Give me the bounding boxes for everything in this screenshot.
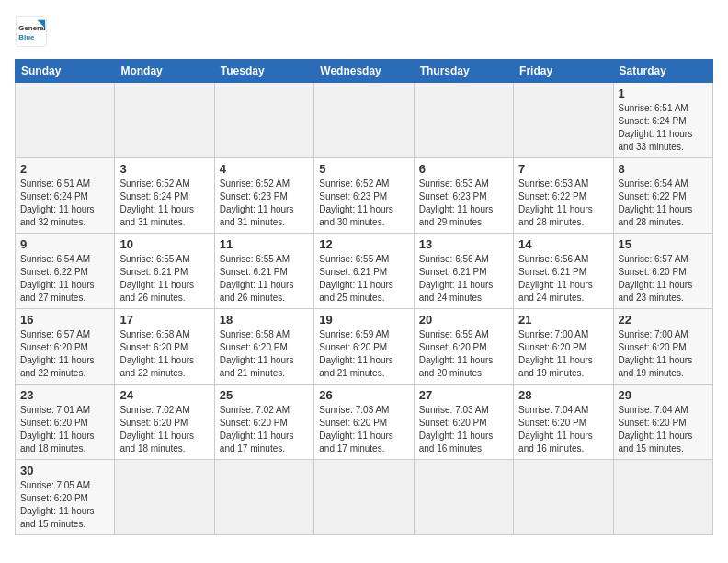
calendar-cell: 16Sunrise: 6:57 AMSunset: 6:20 PMDayligh… <box>16 309 115 385</box>
day-info: Sunrise: 6:55 AMSunset: 6:21 PMDaylight:… <box>319 253 408 304</box>
day-info: Sunrise: 6:56 AMSunset: 6:21 PMDaylight:… <box>518 253 608 304</box>
day-header-sunday: Sunday <box>16 60 115 83</box>
calendar-cell: 9Sunrise: 6:54 AMSunset: 6:22 PMDaylight… <box>16 234 115 309</box>
calendar-cell: 26Sunrise: 7:03 AMSunset: 6:20 PMDayligh… <box>314 385 414 460</box>
day-header-monday: Monday <box>115 60 214 83</box>
day-number: 4 <box>220 162 309 176</box>
day-number: 14 <box>518 237 608 251</box>
svg-text:Blue: Blue <box>18 33 35 41</box>
calendar-cell <box>514 460 613 535</box>
calendar-cell <box>214 83 313 158</box>
calendar-cell: 13Sunrise: 6:56 AMSunset: 6:21 PMDayligh… <box>414 234 513 309</box>
day-header-wednesday: Wednesday <box>314 60 414 83</box>
calendar-table: SundayMondayTuesdayWednesdayThursdayFrid… <box>15 59 713 535</box>
calendar-cell <box>115 83 214 158</box>
day-number: 30 <box>20 464 109 477</box>
day-info: Sunrise: 7:00 AMSunset: 6:20 PMDaylight:… <box>619 328 708 380</box>
day-info: Sunrise: 6:53 AMSunset: 6:22 PMDaylight:… <box>518 178 608 229</box>
calendar-cell <box>514 83 613 158</box>
day-info: Sunrise: 7:04 AMSunset: 6:20 PMDaylight:… <box>518 404 608 455</box>
calendar-cell: 6Sunrise: 6:53 AMSunset: 6:23 PMDaylight… <box>414 158 513 234</box>
day-info: Sunrise: 7:00 AMSunset: 6:20 PMDaylight:… <box>518 328 608 380</box>
calendar-cell <box>414 460 513 535</box>
day-info: Sunrise: 6:59 AMSunset: 6:20 PMDaylight:… <box>419 328 508 380</box>
day-header-saturday: Saturday <box>613 60 712 83</box>
day-number: 12 <box>319 237 408 251</box>
day-info: Sunrise: 6:58 AMSunset: 6:20 PMDaylight:… <box>220 328 309 380</box>
day-number: 6 <box>419 162 508 176</box>
calendar-cell: 4Sunrise: 6:52 AMSunset: 6:23 PMDaylight… <box>214 158 313 234</box>
day-number: 15 <box>619 237 708 251</box>
day-number: 3 <box>119 162 209 176</box>
svg-text:General: General <box>18 24 45 32</box>
calendar-cell <box>214 460 313 535</box>
calendar-cell: 19Sunrise: 6:59 AMSunset: 6:20 PMDayligh… <box>314 309 414 385</box>
day-info: Sunrise: 6:53 AMSunset: 6:23 PMDaylight:… <box>419 178 508 229</box>
calendar-cell: 22Sunrise: 7:00 AMSunset: 6:20 PMDayligh… <box>613 309 712 385</box>
day-info: Sunrise: 6:56 AMSunset: 6:21 PMDaylight:… <box>419 253 508 304</box>
calendar-cell: 29Sunrise: 7:04 AMSunset: 6:20 PMDayligh… <box>613 385 712 460</box>
calendar-cell <box>16 83 115 158</box>
day-number: 16 <box>20 313 109 327</box>
day-number: 19 <box>319 313 408 327</box>
day-info: Sunrise: 6:51 AMSunset: 6:24 PMDaylight:… <box>20 178 109 229</box>
calendar-cell: 3Sunrise: 6:52 AMSunset: 6:24 PMDaylight… <box>115 158 214 234</box>
day-number: 9 <box>20 237 109 251</box>
calendar-cell: 2Sunrise: 6:51 AMSunset: 6:24 PMDaylight… <box>16 158 115 234</box>
day-number: 17 <box>119 313 209 327</box>
calendar-week-1: 2Sunrise: 6:51 AMSunset: 6:24 PMDaylight… <box>16 158 713 234</box>
calendar-cell: 1Sunrise: 6:51 AMSunset: 6:24 PMDaylight… <box>613 83 712 158</box>
day-number: 29 <box>619 388 708 402</box>
day-info: Sunrise: 6:55 AMSunset: 6:21 PMDaylight:… <box>119 253 209 304</box>
day-number: 25 <box>220 388 309 402</box>
calendar-cell: 30Sunrise: 7:05 AMSunset: 6:20 PMDayligh… <box>16 460 115 535</box>
day-info: Sunrise: 7:05 AMSunset: 6:20 PMDaylight:… <box>20 479 109 531</box>
calendar-cell <box>613 460 712 535</box>
day-number: 8 <box>619 162 708 176</box>
day-info: Sunrise: 6:57 AMSunset: 6:20 PMDaylight:… <box>619 253 708 304</box>
days-header-row: SundayMondayTuesdayWednesdayThursdayFrid… <box>16 60 713 83</box>
day-number: 27 <box>419 388 508 402</box>
calendar-cell: 25Sunrise: 7:02 AMSunset: 6:20 PMDayligh… <box>214 385 313 460</box>
calendar-header: SundayMondayTuesdayWednesdayThursdayFrid… <box>16 60 713 83</box>
calendar-week-0: 1Sunrise: 6:51 AMSunset: 6:24 PMDaylight… <box>16 83 713 158</box>
calendar-cell: 7Sunrise: 6:53 AMSunset: 6:22 PMDaylight… <box>514 158 613 234</box>
day-number: 26 <box>319 388 408 402</box>
day-number: 18 <box>220 313 309 327</box>
day-number: 5 <box>319 162 408 176</box>
calendar-week-5: 30Sunrise: 7:05 AMSunset: 6:20 PMDayligh… <box>16 460 713 535</box>
day-info: Sunrise: 6:59 AMSunset: 6:20 PMDaylight:… <box>319 328 408 380</box>
calendar-cell: 10Sunrise: 6:55 AMSunset: 6:21 PMDayligh… <box>115 234 214 309</box>
calendar-cell: 11Sunrise: 6:55 AMSunset: 6:21 PMDayligh… <box>214 234 313 309</box>
calendar-cell: 21Sunrise: 7:00 AMSunset: 6:20 PMDayligh… <box>514 309 613 385</box>
calendar-cell: 28Sunrise: 7:04 AMSunset: 6:20 PMDayligh… <box>514 385 613 460</box>
day-info: Sunrise: 6:54 AMSunset: 6:22 PMDaylight:… <box>20 253 109 304</box>
day-info: Sunrise: 7:03 AMSunset: 6:20 PMDaylight:… <box>319 404 408 455</box>
calendar-cell <box>314 83 414 158</box>
calendar-cell: 12Sunrise: 6:55 AMSunset: 6:21 PMDayligh… <box>314 234 414 309</box>
day-number: 11 <box>220 237 309 251</box>
day-number: 21 <box>518 313 608 327</box>
calendar-week-2: 9Sunrise: 6:54 AMSunset: 6:22 PMDaylight… <box>16 234 713 309</box>
day-number: 22 <box>619 313 708 327</box>
day-number: 2 <box>20 162 109 176</box>
day-number: 10 <box>119 237 209 251</box>
day-info: Sunrise: 7:02 AMSunset: 6:20 PMDaylight:… <box>220 404 309 455</box>
calendar-body: 1Sunrise: 6:51 AMSunset: 6:24 PMDaylight… <box>16 83 713 535</box>
calendar-cell: 27Sunrise: 7:03 AMSunset: 6:20 PMDayligh… <box>414 385 513 460</box>
header: General Blue <box>15 15 713 48</box>
calendar-cell: 14Sunrise: 6:56 AMSunset: 6:21 PMDayligh… <box>514 234 613 309</box>
logo: General Blue <box>15 15 51 48</box>
calendar-cell: 5Sunrise: 6:52 AMSunset: 6:23 PMDaylight… <box>314 158 414 234</box>
calendar-cell: 23Sunrise: 7:01 AMSunset: 6:20 PMDayligh… <box>16 385 115 460</box>
day-info: Sunrise: 6:52 AMSunset: 6:23 PMDaylight:… <box>220 178 309 229</box>
calendar-cell <box>414 83 513 158</box>
day-info: Sunrise: 6:57 AMSunset: 6:20 PMDaylight:… <box>20 328 109 380</box>
calendar-cell <box>314 460 414 535</box>
calendar-cell: 24Sunrise: 7:02 AMSunset: 6:20 PMDayligh… <box>115 385 214 460</box>
day-header-tuesday: Tuesday <box>214 60 313 83</box>
day-header-friday: Friday <box>514 60 613 83</box>
day-info: Sunrise: 6:51 AMSunset: 6:24 PMDaylight:… <box>619 102 708 154</box>
day-number: 13 <box>419 237 508 251</box>
calendar-cell <box>115 460 214 535</box>
